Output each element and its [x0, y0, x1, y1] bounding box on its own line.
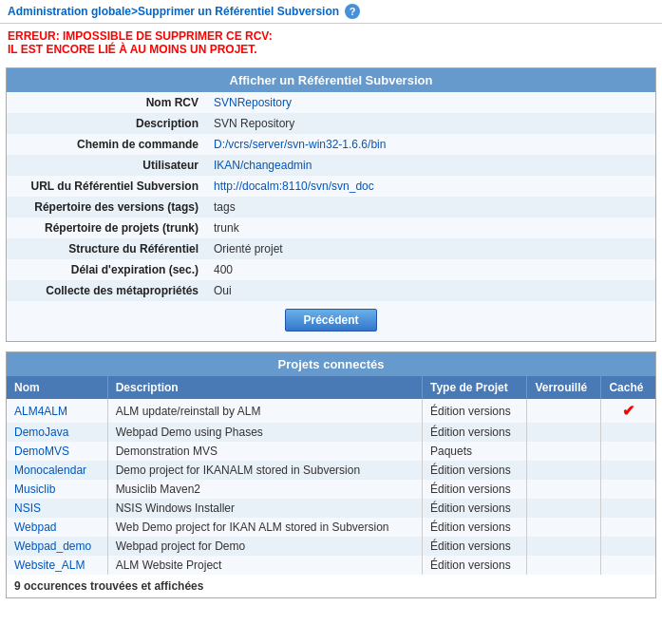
- table-row: ALM4ALMALM update/reinstall by ALMÉditio…: [7, 399, 655, 423]
- info-label: URL du Référentiel Subversion: [7, 176, 206, 197]
- table-cell: [601, 442, 655, 461]
- table-row: Website_ALMALM Website ProjectÉdition ve…: [7, 556, 655, 575]
- info-value: 400: [206, 259, 655, 280]
- help-icon[interactable]: ?: [345, 4, 360, 19]
- table-cell: [527, 480, 601, 499]
- projects-col-header: Caché: [601, 376, 655, 399]
- info-value: tags: [206, 197, 655, 218]
- info-label: Structure du Référentiel: [7, 238, 206, 259]
- info-value: Oui: [206, 280, 655, 301]
- table-cell[interactable]: ALM4ALM: [7, 399, 107, 423]
- checkmark-icon: ✔: [622, 403, 634, 419]
- projects-footer: 9 occurences trouvées et affichées: [7, 575, 655, 597]
- projects-col-header: Nom: [7, 376, 107, 399]
- table-cell: [601, 518, 655, 537]
- table-cell[interactable]: NSIS: [7, 499, 107, 518]
- table-cell: [527, 518, 601, 537]
- table-row: Webpad_demoWebpad project for DemoÉditio…: [7, 537, 655, 556]
- info-value[interactable]: D:/vcrs/server/svn-win32-1.6.6/bin: [206, 134, 655, 155]
- projects-col-header: Type de Projet: [422, 376, 527, 399]
- info-table: Nom RCVSVNRepositoryDescriptionSVN Repos…: [7, 92, 655, 301]
- table-cell: Demonstration MVS: [107, 442, 422, 461]
- projects-col-header: Verrouillé: [527, 376, 601, 399]
- table-cell: [527, 556, 601, 575]
- table-row: NSISNSIS Windows InstallerÉdition versio…: [7, 499, 655, 518]
- button-row: Précédent: [7, 301, 655, 341]
- table-cell: Édition versions: [422, 518, 527, 537]
- table-row: DemoMVSDemonstration MVSPaquets: [7, 442, 655, 461]
- table-row: MusiclibMusiclib Maven2Édition versions: [7, 480, 655, 499]
- table-cell[interactable]: Website_ALM: [7, 556, 107, 575]
- previous-button[interactable]: Précédent: [285, 309, 376, 331]
- table-cell: NSIS Windows Installer: [107, 499, 422, 518]
- table-cell[interactable]: DemoJava: [7, 423, 107, 442]
- table-cell: [601, 423, 655, 442]
- table-cell: ALM update/reinstall by ALM: [107, 399, 422, 423]
- table-cell: Édition versions: [422, 480, 527, 499]
- table-cell: Édition versions: [422, 399, 527, 423]
- table-cell: [601, 480, 655, 499]
- info-value[interactable]: SVNRepository: [206, 92, 655, 113]
- table-cell: Webpad project for Demo: [107, 537, 422, 556]
- info-label: Chemin de commande: [7, 134, 206, 155]
- table-cell: Demo project for IKANALM stored in Subve…: [107, 461, 422, 480]
- table-cell: [527, 461, 601, 480]
- table-cell[interactable]: Musiclib: [7, 480, 107, 499]
- table-cell: [527, 423, 601, 442]
- error-line1: ERREUR: IMPOSSIBLE DE SUPPRIMER CE RCV:: [8, 29, 654, 43]
- projects-col-header: Description: [107, 376, 422, 399]
- projects-card-title: Projets connectés: [7, 352, 655, 376]
- info-value: SVN Repository: [206, 113, 655, 134]
- table-cell: [601, 499, 655, 518]
- table-cell: Web Demo project for IKAN ALM stored in …: [107, 518, 422, 537]
- table-cell: [527, 499, 601, 518]
- table-cell: Édition versions: [422, 423, 527, 442]
- info-label: Collecte des métapropriétés: [7, 280, 206, 301]
- table-cell: [527, 399, 601, 423]
- table-cell: ALM Website Project: [107, 556, 422, 575]
- table-cell: Édition versions: [422, 461, 527, 480]
- info-card-title: Afficher un Référentiel Subversion: [7, 68, 655, 92]
- info-value: trunk: [206, 218, 655, 238]
- table-cell: Édition versions: [422, 499, 527, 518]
- breadcrumb-bar: Administration globale>Supprimer un Réfé…: [0, 0, 662, 24]
- info-label: Utilisateur: [7, 155, 206, 176]
- breadcrumb: Administration globale>Supprimer un Réfé…: [8, 5, 339, 18]
- error-section: ERREUR: IMPOSSIBLE DE SUPPRIMER CE RCV: …: [0, 24, 662, 62]
- info-value: Orienté projet: [206, 238, 655, 259]
- info-label: Répertoire des versions (tags): [7, 197, 206, 218]
- table-cell: Édition versions: [422, 537, 527, 556]
- table-row: WebpadWeb Demo project for IKAN ALM stor…: [7, 518, 655, 537]
- table-row: MonocalendarDemo project for IKANALM sto…: [7, 461, 655, 480]
- table-cell: [527, 537, 601, 556]
- info-value[interactable]: IKAN/changeadmin: [206, 155, 655, 176]
- projects-table: NomDescriptionType de ProjetVerrouilléCa…: [7, 376, 655, 575]
- table-cell: Édition versions: [422, 556, 527, 575]
- table-cell[interactable]: DemoMVS: [7, 442, 107, 461]
- error-line2: IL EST ENCORE LIÉ À AU MOINS UN PROJET.: [8, 43, 654, 56]
- info-value[interactable]: http://docalm:8110/svn/svn_doc: [206, 176, 655, 197]
- info-label: Nom RCV: [7, 92, 206, 113]
- projects-card: Projets connectés NomDescriptionType de …: [6, 351, 656, 598]
- table-cell: Musiclib Maven2: [107, 480, 422, 499]
- table-cell[interactable]: Webpad_demo: [7, 537, 107, 556]
- info-card: Afficher un Référentiel Subversion Nom R…: [6, 67, 656, 342]
- table-cell[interactable]: Webpad: [7, 518, 107, 537]
- table-cell: Paquets: [422, 442, 527, 461]
- table-cell: Webpad Demo using Phases: [107, 423, 422, 442]
- table-row: DemoJavaWebpad Demo using PhasesÉdition …: [7, 423, 655, 442]
- table-cell: [601, 556, 655, 575]
- table-cell: [527, 442, 601, 461]
- info-label: Description: [7, 113, 206, 134]
- table-cell[interactable]: Monocalendar: [7, 461, 107, 480]
- table-cell: ✔: [601, 399, 655, 423]
- table-cell: [601, 537, 655, 556]
- info-label: Répertoire de projets (trunk): [7, 218, 206, 238]
- table-cell: [601, 461, 655, 480]
- info-label: Délai d'expiration (sec.): [7, 259, 206, 280]
